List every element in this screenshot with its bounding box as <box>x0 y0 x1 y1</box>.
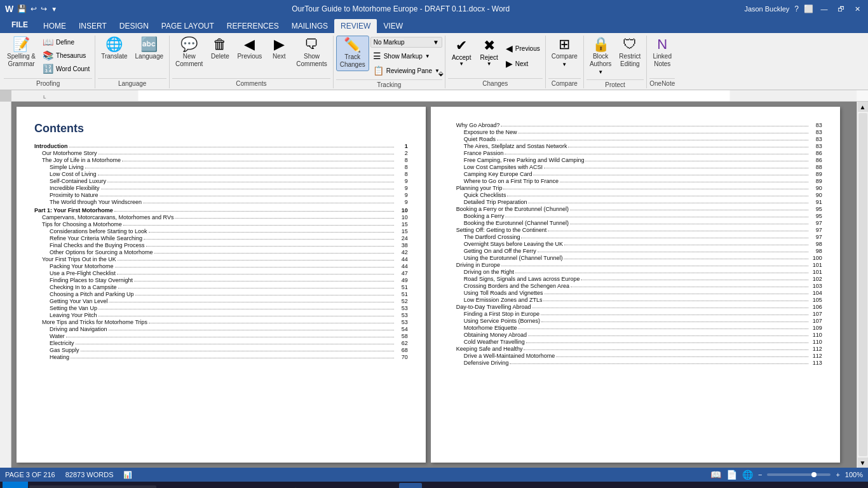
taskbar-task-view[interactable]: ⊞ <box>158 483 180 488</box>
tab-page-layout[interactable]: PAGE LAYOUT <box>155 19 220 33</box>
taskbar-app8[interactable]: 🟣 <box>327 483 349 488</box>
start-button[interactable] <box>3 482 28 488</box>
next-comment-label: Next <box>273 53 286 60</box>
tab-home[interactable]: HOME <box>37 19 72 33</box>
tab-mailings[interactable]: MAILINGS <box>285 19 334 33</box>
tab-insert[interactable]: INSERT <box>72 19 113 33</box>
undo-icon[interactable]: ↩ <box>31 4 37 13</box>
taskbar-firefox[interactable]: 🦊 <box>351 483 374 488</box>
language-label: Language <box>98 78 166 88</box>
toc-page: 89 <box>810 178 822 184</box>
ribbon-display-button[interactable]: ⬜ <box>804 4 813 13</box>
word-count-icon: 🔢 <box>43 64 53 74</box>
redo-icon[interactable]: ↪ <box>41 4 47 13</box>
delete-comment-button[interactable]: 🗑 Delete <box>207 36 233 62</box>
restrict-editing-button[interactable]: 🛡 Restrict Editing <box>616 36 644 70</box>
word-count-button[interactable]: 🔢 Word Count <box>40 62 92 75</box>
toc-dots <box>66 331 394 337</box>
toc-text: Proximity to Nature <box>50 192 98 198</box>
read-mode-icon[interactable]: 📖 <box>710 470 721 480</box>
toc-dots <box>556 351 808 357</box>
new-comment-button[interactable]: 💬 New Comment <box>172 36 206 70</box>
toc-page: 98 <box>810 241 822 247</box>
close-button[interactable]: ✕ <box>851 3 863 15</box>
toc-dots <box>69 141 394 147</box>
taskbar-edge[interactable]: e <box>182 483 205 488</box>
tab-view[interactable]: VIEW <box>377 19 409 33</box>
taskbar-app6[interactable]: 🌿 <box>278 483 301 488</box>
tab-file[interactable]: FILE <box>3 17 37 33</box>
track-changes-button[interactable]: ✏️ Track Changes <box>336 36 369 71</box>
toc-dots <box>564 253 808 259</box>
previous-change-button[interactable]: ◀ Previous <box>503 42 543 55</box>
accept-button[interactable]: ✔ Accept ▼ <box>448 36 475 69</box>
proofing-content: 📝 Spelling & Grammar 📖 Define 📚 Thesauru… <box>4 36 92 78</box>
toc-text: Getting On and Off the Ferry <box>464 248 536 254</box>
toc-dots <box>501 120 808 126</box>
ribbon-group-tracking: ✏️ Track Changes No Markup ▼ ☰ Show Mark… <box>334 36 445 88</box>
toc-page: 58 <box>395 333 408 339</box>
tab-design[interactable]: DESIGN <box>113 19 155 33</box>
ruler-scale[interactable]: L <box>11 90 857 102</box>
help-button[interactable]: ? <box>794 4 799 13</box>
taskbar-explorer[interactable]: 📁 <box>206 483 229 488</box>
show-comments-button[interactable]: 🗨 Show Comments <box>293 36 330 70</box>
toc-text: Low Cost Campsites with ACSI <box>464 164 543 170</box>
linked-notes-button[interactable]: N Linked Notes <box>649 36 675 70</box>
customize-icon[interactable]: ▼ <box>51 6 57 13</box>
next-comment-button[interactable]: ▶ Next <box>266 36 292 62</box>
previous-comment-button[interactable]: ◀ Previous <box>234 36 265 62</box>
taskbar-mail[interactable]: ✉ <box>254 483 277 488</box>
tab-references[interactable]: REFERENCES <box>220 19 285 33</box>
web-layout-icon[interactable]: 🌐 <box>742 470 753 480</box>
toc-page: 42 <box>395 249 408 255</box>
toc-dots <box>538 246 808 252</box>
reviewing-pane-button[interactable]: 📋 Reviewing Pane ▼ <box>370 64 442 77</box>
taskbar-app12[interactable]: 🎵 <box>447 483 470 488</box>
zoom-bar[interactable] <box>767 473 831 476</box>
quick-save-icon[interactable]: 💾 <box>17 4 27 13</box>
thesaurus-button[interactable]: 📚 Thesaurus <box>40 49 92 62</box>
taskbar-search[interactable]: 🔍 Type here to search 🎤 <box>29 485 156 488</box>
define-button[interactable]: 📖 Define <box>40 36 92 48</box>
taskbar-store[interactable]: 🛍 <box>230 483 253 488</box>
toc-text: Introduction <box>34 143 68 149</box>
onenote-content: N Linked Notes <box>649 36 675 78</box>
zoom-level[interactable]: 100% <box>845 471 863 478</box>
block-authors-button[interactable]: 🔒 Block Authors ▼ <box>587 36 614 77</box>
new-comment-label: New Comment <box>175 53 203 68</box>
taskbar-chrome[interactable]: 🔵 <box>302 483 325 488</box>
taskbar-word[interactable]: W <box>399 483 422 488</box>
tracking-dialog-launcher[interactable]: ⬙ <box>438 70 444 77</box>
no-markup-dropdown[interactable]: No Markup ▼ <box>370 37 442 48</box>
ruler-svg: L <box>11 90 857 102</box>
toc-page: 10 <box>395 207 408 214</box>
print-layout-icon[interactable]: 📄 <box>726 470 737 480</box>
ribbon-group-onenote: N Linked Notes OneNote <box>647 36 677 88</box>
page-info: PAGE 3 OF 216 <box>5 471 55 478</box>
toc-dots <box>100 190 394 196</box>
doc-scroll-right[interactable]: ▲ ▼ <box>857 102 868 468</box>
reject-button[interactable]: ✖ Reject ▼ <box>476 36 501 69</box>
toc-page: 38 <box>395 242 408 248</box>
zoom-out-icon[interactable]: − <box>758 471 762 478</box>
taskbar-calculator[interactable]: 🖩 <box>375 483 398 488</box>
scroll-down-button[interactable]: ▼ <box>858 458 868 468</box>
zoom-in-icon[interactable]: + <box>836 471 839 478</box>
language-button[interactable]: 🔤 Language <box>132 36 167 62</box>
show-markup-button[interactable]: ☰ Show Markup ▼ <box>370 50 442 62</box>
restrict-editing-label: Restrict Editing <box>619 53 641 68</box>
minimize-button[interactable]: — <box>818 3 830 15</box>
ruler: L <box>0 90 868 102</box>
restore-button[interactable]: 🗗 <box>835 3 846 15</box>
tab-review[interactable]: REVIEW <box>334 19 377 33</box>
toc-dots <box>85 162 394 168</box>
spelling-grammar-button[interactable]: 📝 Spelling & Grammar <box>4 36 39 70</box>
toc-text: Simple Living <box>50 164 84 170</box>
translate-button[interactable]: 🌐 Translate <box>98 36 130 62</box>
toc-page: 90 <box>810 185 822 191</box>
taskbar-monitor[interactable]: 🖥 <box>423 483 446 488</box>
compare-button[interactable]: ⊞ Compare ▼ <box>548 36 581 69</box>
scroll-up-button[interactable]: ▲ <box>858 102 868 112</box>
next-change-button[interactable]: ▶ Next <box>503 57 543 70</box>
